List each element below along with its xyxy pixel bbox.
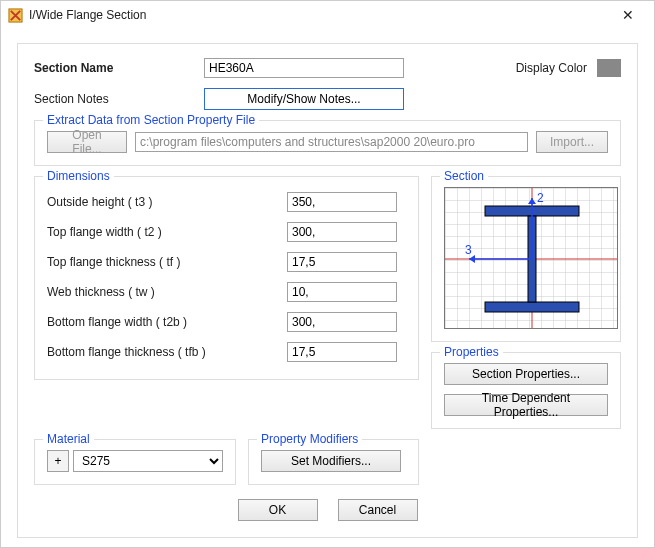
cancel-button[interactable]: Cancel <box>338 499 418 521</box>
dim-label-t2b: Bottom flange width ( t2b ) <box>47 315 287 329</box>
display-color-label: Display Color <box>516 61 587 75</box>
axis3-label: 3 <box>465 243 472 257</box>
material-select[interactable]: S275 <box>73 450 223 472</box>
dim-input-tw[interactable] <box>287 282 397 302</box>
modifiers-legend: Property Modifiers <box>257 432 362 446</box>
extract-fieldset: Extract Data from Section Property File … <box>34 120 621 166</box>
properties-fieldset: Properties Section Properties... Time De… <box>431 352 621 429</box>
set-modifiers-button[interactable]: Set Modifiers... <box>261 450 401 472</box>
ok-button[interactable]: OK <box>238 499 318 521</box>
content-area: Section Name Display Color Section Notes… <box>1 29 654 548</box>
section-name-input[interactable] <box>204 58 404 78</box>
add-material-button[interactable]: + <box>47 450 69 472</box>
dim-label-tf: Top flange thickness ( tf ) <box>47 255 287 269</box>
dimensions-legend: Dimensions <box>43 169 114 183</box>
material-fieldset: Material + S275 <box>34 439 236 485</box>
open-file-button[interactable]: Open File... <box>47 131 127 153</box>
svg-rect-5 <box>485 302 579 312</box>
section-fieldset: Section <box>431 176 621 342</box>
display-color-swatch[interactable] <box>597 59 621 77</box>
section-notes-label: Section Notes <box>34 92 204 106</box>
section-name-label: Section Name <box>34 61 204 75</box>
material-legend: Material <box>43 432 94 446</box>
section-legend: Section <box>440 169 488 183</box>
dim-input-t2b[interactable] <box>287 312 397 332</box>
dim-label-t2: Top flange width ( t2 ) <box>47 225 287 239</box>
dialog-window: I/Wide Flange Section ✕ Section Name Dis… <box>0 0 655 548</box>
axis2-label: 2 <box>537 191 544 205</box>
file-path-input <box>135 132 528 152</box>
section-properties-button[interactable]: Section Properties... <box>444 363 608 385</box>
section-preview: 2 3 <box>444 187 618 329</box>
dim-label-tw: Web thickness ( tw ) <box>47 285 287 299</box>
section-notes-row: Section Notes Modify/Show Notes... <box>34 88 621 110</box>
modify-show-notes-button[interactable]: Modify/Show Notes... <box>204 88 404 110</box>
close-button[interactable]: ✕ <box>608 7 648 23</box>
dim-input-t3[interactable] <box>287 192 397 212</box>
section-name-row: Section Name Display Color <box>34 58 621 78</box>
dim-input-t2[interactable] <box>287 222 397 242</box>
dim-input-tfb[interactable] <box>287 342 397 362</box>
app-icon <box>7 7 23 23</box>
window-title: I/Wide Flange Section <box>29 8 608 22</box>
properties-legend: Properties <box>440 345 503 359</box>
dialog-footer: OK Cancel <box>34 499 621 521</box>
dimensions-fieldset: Dimensions Outside height ( t3 ) Top fla… <box>34 176 419 380</box>
dim-label-t3: Outside height ( t3 ) <box>47 195 287 209</box>
modifiers-fieldset: Property Modifiers Set Modifiers... <box>248 439 419 485</box>
import-button[interactable]: Import... <box>536 131 608 153</box>
dim-input-tf[interactable] <box>287 252 397 272</box>
main-panel: Section Name Display Color Section Notes… <box>17 43 638 538</box>
time-dependent-button[interactable]: Time Dependent Properties... <box>444 394 608 416</box>
dim-label-tfb: Bottom flange thickness ( tfb ) <box>47 345 287 359</box>
titlebar: I/Wide Flange Section ✕ <box>1 1 654 29</box>
extract-legend: Extract Data from Section Property File <box>43 113 259 127</box>
